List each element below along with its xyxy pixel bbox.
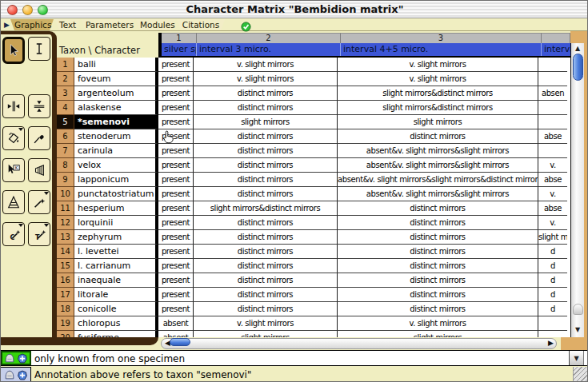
fill-tool[interactable]	[2, 126, 25, 150]
character-header[interactable]: silver sp	[162, 43, 197, 56]
gumdrop-icon[interactable]	[4, 353, 15, 364]
data-cell[interactable]	[538, 144, 567, 158]
data-cell[interactable]: distinct mirrors	[338, 259, 538, 273]
wand-tool[interactable]	[28, 190, 50, 214]
data-cell[interactable]: absent&v. slight mirrors&slight mirrors	[338, 144, 538, 158]
data-cell[interactable]: slight mi	[538, 230, 567, 245]
taxon-name-cell[interactable]: inaequale	[74, 273, 158, 288]
data-cell[interactable]	[538, 115, 567, 129]
data-cell[interactable]: distinct mirrors	[194, 129, 338, 144]
data-cell[interactable]: slight mirrors&distinct mirrors	[338, 101, 538, 115]
data-cell[interactable]: v.	[538, 216, 567, 230]
pyramid-tool[interactable]	[2, 190, 25, 214]
data-cell[interactable]: distinct mirrors	[194, 302, 338, 316]
horizontal-scrollbar[interactable]: ◀ ▶	[158, 337, 561, 350]
taxon-name-cell[interactable]: zephyrum	[74, 230, 158, 245]
data-cell[interactable]: absent&v. slight mirrors&slight mirrors&…	[338, 173, 538, 187]
data-cell[interactable]: present	[158, 245, 194, 259]
data-cell[interactable]: present	[158, 58, 194, 72]
data-cell[interactable]: slight mirrors	[194, 331, 338, 337]
plus-shield-icon[interactable]	[17, 370, 28, 380]
data-cell[interactable]: distinct mirrors	[194, 144, 338, 158]
row-number[interactable]: 19	[57, 316, 74, 331]
column-width-tool[interactable]	[2, 94, 25, 118]
data-cell[interactable]: absent	[158, 331, 194, 337]
row-number[interactable]: 9	[57, 173, 74, 187]
taxon-name-cell[interactable]: l. carrianum	[74, 259, 158, 273]
data-cell[interactable]: distinct mirrors	[194, 216, 338, 230]
data-cell[interactable]: distinct mirrors	[194, 86, 338, 101]
data-cell[interactable]: d	[538, 259, 567, 273]
data-cell[interactable]: d	[538, 273, 567, 288]
data-cell[interactable]: abse	[538, 173, 567, 187]
data-cell[interactable]: slight mirrors	[338, 331, 538, 337]
annotation-text[interactable]: only known from one specimen	[34, 351, 541, 367]
taxon-name-cell[interactable]: punctatostriatum	[74, 187, 158, 201]
data-cell[interactable]: distinct mirrors	[338, 302, 538, 316]
data-cell[interactable]: v. slight mirrors	[338, 58, 538, 72]
character-header[interactable]: interval 4+5 micro.	[341, 43, 542, 56]
taxon-name-cell[interactable]: stenoderum	[74, 129, 158, 144]
row-number[interactable]: 13	[57, 230, 74, 245]
row-number[interactable]: 10	[57, 187, 74, 201]
data-cell[interactable]: absen	[538, 86, 567, 101]
data-cell[interactable]: distinct mirrors	[338, 230, 538, 245]
data-cell[interactable]: distinct mirrors	[194, 101, 338, 115]
data-cell[interactable]: distinct mirrors	[194, 273, 338, 288]
tab-graphics[interactable]: Graphics	[10, 19, 54, 30]
taxon-name-cell[interactable]: balli	[74, 58, 158, 72]
row-number[interactable]: 8	[57, 158, 74, 173]
row-number[interactable]: 14	[57, 245, 74, 259]
data-cell[interactable]: present	[158, 115, 194, 129]
data-cell[interactable]: absent	[158, 316, 194, 331]
data-cell[interactable]: v. slight mirrors	[194, 58, 338, 72]
row-number[interactable]: 1	[57, 58, 74, 72]
row-number[interactable]: 15	[57, 259, 74, 273]
data-cell[interactable]: slight mirrors&distinct mirrors	[338, 86, 538, 101]
data-cell[interactable]: present	[158, 259, 194, 273]
taxon-name-cell[interactable]: carinula	[74, 144, 158, 158]
data-cell[interactable]: slight mirrors	[194, 115, 338, 129]
window-resize-grip[interactable]	[573, 367, 588, 382]
data-cell[interactable]: distinct mirrors	[194, 245, 338, 259]
column-number[interactable]: 2	[197, 33, 341, 43]
column-number[interactable]: 1	[162, 33, 197, 43]
data-cell[interactable]: d	[538, 245, 567, 259]
data-cell[interactable]	[538, 72, 567, 86]
taxon-name-cell[interactable]: argenteolum	[74, 86, 158, 101]
data-cell[interactable]: present	[158, 158, 194, 173]
taxon-name-cell[interactable]: chloropus	[74, 316, 158, 331]
scroll-up-icon[interactable]: ▲	[571, 46, 584, 52]
wand-c-tool[interactable]: C	[2, 222, 25, 246]
data-cell[interactable]: distinct mirrors	[194, 259, 338, 273]
data-cell[interactable]: v. slight mirrors	[338, 316, 538, 331]
data-cell[interactable]: absent&v. slight mirrors&slight mirrors	[338, 187, 538, 201]
annotation-dropdown-button[interactable]: ▼	[569, 351, 584, 365]
row-number[interactable]: 16	[57, 273, 74, 288]
data-cell[interactable]: slight mirrors	[338, 115, 538, 129]
scroll-down-icon[interactable]: ▼	[571, 327, 584, 333]
arrow-tool[interactable]	[2, 37, 25, 64]
data-cell[interactable]	[538, 316, 567, 331]
row-number[interactable]: 12	[57, 216, 74, 230]
data-cell[interactable]: d	[538, 302, 567, 316]
taxon-name-cell[interactable]: litorale	[74, 288, 158, 302]
taxon-name-cell[interactable]: lorquinii	[74, 216, 158, 230]
row-number[interactable]: 17	[57, 288, 74, 302]
data-cell[interactable]: abse	[538, 129, 567, 144]
data-cell[interactable]: v. slight mirrors	[338, 72, 538, 86]
taxon-name-cell[interactable]: alaskense	[74, 101, 158, 115]
taxon-name-cell[interactable]: velox	[74, 158, 158, 173]
row-number[interactable]: 7	[57, 144, 74, 158]
taxon-name-cell[interactable]: fusiforme	[74, 331, 158, 337]
row-number[interactable]: 4	[57, 101, 74, 115]
taxon-name-cell[interactable]: *semenovi	[74, 115, 158, 129]
taxon-name-cell[interactable]: lapponicum	[74, 173, 158, 187]
horizontal-scroll-thumb[interactable]	[170, 338, 190, 346]
data-cell[interactable]: present	[158, 230, 194, 245]
data-cell[interactable]: distinct mirrors	[338, 216, 538, 230]
row-number[interactable]: 2	[57, 72, 74, 86]
data-cell[interactable]: distinct mirrors	[338, 245, 538, 259]
keyboard-arrow-tool[interactable]: K	[2, 158, 25, 182]
data-cell[interactable]: v. slight mirrors	[194, 316, 338, 331]
